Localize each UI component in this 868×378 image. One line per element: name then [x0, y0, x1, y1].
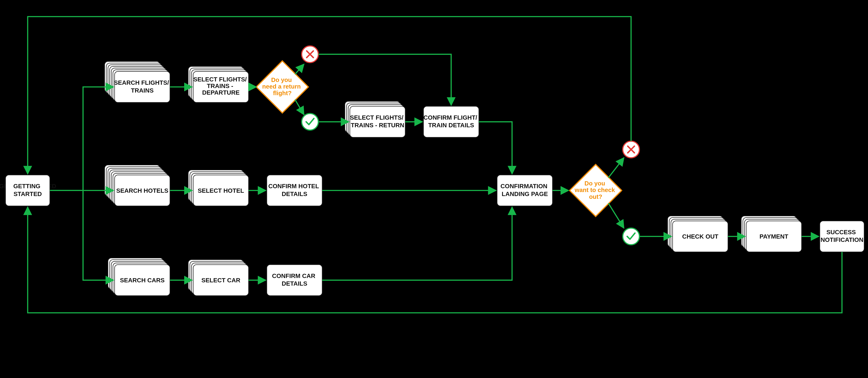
- node-select-car: SELECT CAR: [188, 260, 249, 296]
- node-confirm-hotel-details: CONFIRM HOTEL DETAILS: [267, 175, 322, 206]
- node-select-flights-return: SELECT FLIGHTS/ TRAINS - RETURN: [345, 101, 405, 137]
- svg-text:SELECT HOTEL: SELECT HOTEL: [198, 187, 244, 194]
- label-l1: SUCCESS: [826, 229, 856, 235]
- label-l2: TRAINS: [131, 87, 154, 94]
- svg-point-70: [302, 114, 318, 130]
- l2: need a return: [262, 83, 301, 90]
- node-confirmation-landing: CONFIRMATION LANDING PAGE: [497, 175, 553, 206]
- label-l1: CONFIRMATION: [500, 183, 547, 189]
- label-l2: TRAIN DETAILS: [428, 122, 474, 128]
- l3: out?: [589, 193, 602, 200]
- label-l1: SELECT FLIGHTS/: [350, 114, 403, 121]
- node-success-notification: SUCCESS NOTIFICATION: [820, 221, 864, 252]
- node-search-hotels: SEARCH HOTELS: [105, 165, 170, 206]
- node-confirm-flight-details: CONFIRM FLIGHT/ TRAIN DETAILS: [424, 106, 479, 137]
- label-l2: TRAINS - RETURN: [351, 122, 404, 128]
- l2: want to check: [575, 187, 615, 193]
- svg-text:SEARCH HOTELS: SEARCH HOTELS: [116, 187, 168, 194]
- l1: Do you: [271, 76, 292, 83]
- node-confirm-car-details: CONFIRM CAR DETAILS: [267, 264, 322, 296]
- l1: Do you: [585, 180, 605, 187]
- node-search-flights: SEARCH FLIGHTS/ TRAINS: [105, 61, 170, 102]
- yes-icon: [302, 114, 318, 130]
- flow-diagram: GETTING STARTED GETTING STARTED SEARCH F…: [0, 0, 868, 324]
- decision-want-checkout: Do you want to check out?: [569, 164, 622, 217]
- svg-text:PAYMENT: PAYMENT: [760, 233, 788, 240]
- label-l1: SEARCH FLIGHTS/: [114, 79, 169, 86]
- label-l1: CONFIRM FLIGHT/: [424, 114, 477, 121]
- node-select-hotel: SELECT HOTEL: [188, 170, 249, 206]
- label-l2: TRAINS -: [207, 83, 233, 89]
- svg-text:SEARCH CARS: SEARCH CARS: [120, 277, 164, 284]
- yes-icon: [623, 228, 639, 245]
- node-select-flights-departure: SELECT FLIGHTS/ TRAINS - DEPARTURE: [188, 66, 249, 102]
- label: SELECT HOTEL: [198, 187, 244, 194]
- label-l1: CONFIRM CAR: [272, 273, 315, 279]
- node-search-cars: SEARCH CARS: [108, 258, 170, 296]
- label: CHECK OUT: [682, 233, 718, 240]
- no-icon: [623, 141, 639, 158]
- node-payment: PAYMENT: [741, 216, 802, 252]
- label-l2: LANDING PAGE: [502, 190, 548, 197]
- label-l2: DETAILS: [282, 190, 307, 197]
- label-l2: DETAILS: [282, 280, 307, 287]
- label-l1: CONFIRM HOTEL: [268, 183, 319, 189]
- svg-text:CHECK OUT: CHECK OUT: [682, 233, 718, 240]
- node-check-out: CHECK OUT: [668, 216, 728, 252]
- label-l2: NOTIFICATION: [820, 236, 864, 243]
- svg-point-72: [623, 228, 639, 245]
- label: SEARCH CARS: [120, 277, 164, 284]
- label-l3: DEPARTURE: [202, 89, 240, 96]
- l3: flight?: [273, 90, 292, 96]
- label: SELECT CAR: [202, 277, 240, 284]
- label: PAYMENT: [760, 233, 788, 240]
- no-icon: [302, 46, 318, 63]
- svg-text:SELECT CAR: SELECT CAR: [202, 277, 240, 284]
- label-l1: SELECT FLIGHTS/: [193, 76, 247, 83]
- label: SEARCH HOTELS: [116, 187, 168, 194]
